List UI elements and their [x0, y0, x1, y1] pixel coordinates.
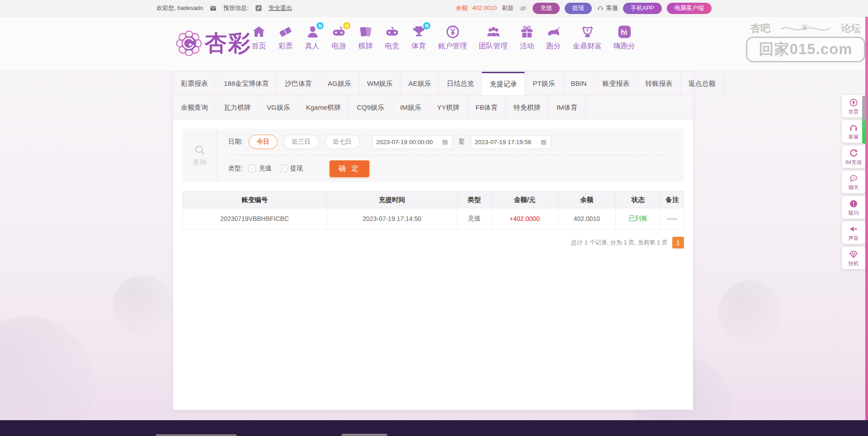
tab-AE娱乐[interactable]: AE娱乐 — [401, 72, 439, 95]
query-label-box: 查询 — [182, 129, 217, 182]
tab-AG娱乐[interactable]: AG娱乐 — [320, 72, 359, 95]
nav-label: 电竞 — [385, 42, 400, 51]
coin-icon — [445, 24, 460, 39]
tab-充提记录[interactable]: 充提记录 — [482, 72, 525, 95]
nav-电竞[interactable]: 电竞 — [385, 24, 400, 51]
nav-label: 团队管理 — [479, 42, 508, 51]
side-声音[interactable]: 声音 — [842, 221, 865, 244]
scrollbar-thumb[interactable] — [862, 96, 866, 144]
type-checkbox-提现[interactable]: ✓提现 — [280, 164, 303, 173]
logout-link[interactable]: 安全退出 — [269, 4, 292, 12]
nav-嗨跑分[interactable]: hi嗨跑分 — [613, 24, 635, 51]
tab-沙巴体育[interactable]: 沙巴体育 — [277, 72, 320, 95]
nav-首页[interactable]: 首页 — [251, 24, 266, 51]
refresh-link[interactable]: 刷新 — [502, 4, 514, 12]
tab-彩票报表[interactable]: 彩票报表 — [173, 72, 216, 95]
new-badge: H — [343, 22, 350, 29]
logo-flower-icon — [175, 30, 203, 57]
side-疑问[interactable]: 疑问 — [842, 196, 865, 219]
date-from-input[interactable]: 2023-07-19 00:00:00 — [372, 135, 453, 149]
treasure-icon — [580, 24, 595, 39]
date-preset-近七日[interactable]: 近七日 — [325, 135, 360, 149]
pencil-icon[interactable] — [255, 5, 262, 12]
nav-棋牌[interactable]: 棋牌 — [358, 24, 373, 51]
checkbox-icon[interactable]: ✓ — [249, 165, 256, 172]
tab-特免棋牌[interactable]: 特免棋牌 — [506, 96, 549, 119]
tab-返点总额[interactable]: 返点总额 — [681, 72, 724, 95]
tab-IM体育[interactable]: IM体育 — [549, 96, 586, 119]
date-preset-今日[interactable]: 今日 — [249, 135, 278, 149]
date-preset-近三日[interactable]: 近三日 — [283, 135, 319, 149]
footer-fragment — [156, 434, 236, 436]
nav-彩票[interactable]: 彩票 — [278, 24, 293, 51]
nav-活动[interactable]: 活动 — [519, 24, 534, 51]
to-label: 至 — [458, 138, 465, 146]
withdraw-button[interactable]: 提现 — [565, 3, 592, 14]
tab-Kgame棋牌[interactable]: Kgame棋牌 — [298, 96, 349, 119]
pagination-summary: 总计 1 个记录, 分为 1 页, 当前第 1 页 — [571, 239, 668, 247]
header-remark: 备注 — [660, 192, 684, 208]
date-label: 日期: — [228, 138, 243, 146]
live-person-icon: N — [305, 24, 320, 39]
watermark-left-text: 杏吧 — [750, 22, 770, 35]
nav-真人[interactable]: N真人 — [305, 24, 320, 51]
pagination: 总计 1 个记录, 分为 1 页, 当前第 1 页 1 — [182, 237, 684, 248]
back-top-icon — [849, 98, 858, 107]
type-label: 类型: — [228, 164, 243, 173]
tab-188金宝博体育[interactable]: 188金宝博体育 — [216, 72, 277, 95]
nav-团队管理[interactable]: 团队管理 — [479, 24, 508, 51]
logo-text: 杏彩 — [205, 28, 252, 58]
chat-icon — [849, 174, 858, 183]
type-checkbox-充值[interactable]: ✓充值 — [249, 164, 272, 173]
nav-金鼎财富[interactable]: 金鼎财富 — [573, 24, 602, 51]
nav-跑分[interactable]: 跑分 — [546, 24, 561, 51]
tab-账变报表[interactable]: 账变报表 — [595, 72, 638, 95]
checkbox-icon[interactable]: ✓ — [280, 165, 287, 172]
pc-client-button[interactable]: 电脑客户端 — [667, 3, 712, 14]
nav-账户管理[interactable]: 账户管理 — [438, 24, 467, 51]
tab-BBIN[interactable]: BBIN — [563, 72, 595, 95]
confirm-button[interactable]: 确 定 — [330, 160, 369, 177]
side-label: 挂机 — [849, 260, 859, 267]
tab-VG娱乐[interactable]: VG娱乐 — [259, 96, 298, 119]
tab-PT娱乐[interactable]: PT娱乐 — [525, 72, 563, 95]
tab-日结总览[interactable]: 日结总览 — [439, 72, 482, 95]
customer-service-link[interactable]: 客服 — [597, 4, 618, 12]
calendar-icon[interactable] — [442, 139, 448, 145]
side-挂机[interactable]: 挂机 — [842, 247, 865, 269]
tab-WM娱乐[interactable]: WM娱乐 — [359, 72, 401, 95]
tab-FB体育[interactable]: FB体育 — [468, 96, 506, 119]
reserved-info-label: 预留信息: — [223, 4, 249, 12]
new-badge: N — [423, 22, 430, 29]
tab-瓦力棋牌[interactable]: 瓦力棋牌 — [216, 96, 259, 119]
tab-转账报表[interactable]: 转账报表 — [638, 72, 681, 95]
new-badge: N — [316, 22, 324, 29]
side-label: 聊天 — [849, 184, 859, 191]
pink-edge-strip — [865, 17, 868, 420]
tab-CQ9娱乐[interactable]: CQ9娱乐 — [349, 96, 392, 119]
header-status: 状态 — [616, 192, 661, 208]
envelope-icon[interactable] — [209, 5, 217, 12]
topbar: 欢迎您, hadesado 预留信息: 安全退出 余额: 402.0010 刷新… — [0, 0, 868, 17]
table-row: 20230719VBBHBFICBC2023-07-19 17:14:50充值+… — [183, 208, 684, 230]
tab-IM娱乐[interactable]: IM娱乐 — [392, 96, 429, 119]
eye-off-icon[interactable] — [519, 5, 528, 12]
nav-电游[interactable]: H电游 — [331, 24, 346, 51]
date-to-input[interactable]: 2023-07-19 17:19:56 — [471, 135, 551, 149]
side-IM充值[interactable]: IM充值 — [842, 145, 865, 168]
recharge-button[interactable]: 充值 — [533, 3, 560, 14]
mobile-app-button[interactable]: 手机APP — [623, 3, 662, 14]
bg-circle — [0, 316, 95, 436]
calendar-icon[interactable] — [540, 139, 547, 145]
nav-体育[interactable]: N体育 — [411, 24, 426, 51]
flourish-icon — [779, 23, 832, 34]
side-聊天[interactable]: 聊天 — [842, 171, 865, 193]
main-nav: 首页彩票N真人H电游棋牌电竞N体育账户管理团队管理活动跑分金鼎财富hi嗨跑分 — [251, 24, 635, 51]
cards-icon — [358, 24, 373, 39]
rhino-icon — [546, 24, 561, 39]
trophy-icon: N — [411, 24, 426, 39]
tab-YY棋牌[interactable]: YY棋牌 — [429, 96, 468, 119]
page-1-button[interactable]: 1 — [672, 237, 684, 248]
tab-余额查询[interactable]: 余额查询 — [173, 96, 216, 119]
site-logo[interactable]: 杏彩 — [175, 28, 252, 58]
